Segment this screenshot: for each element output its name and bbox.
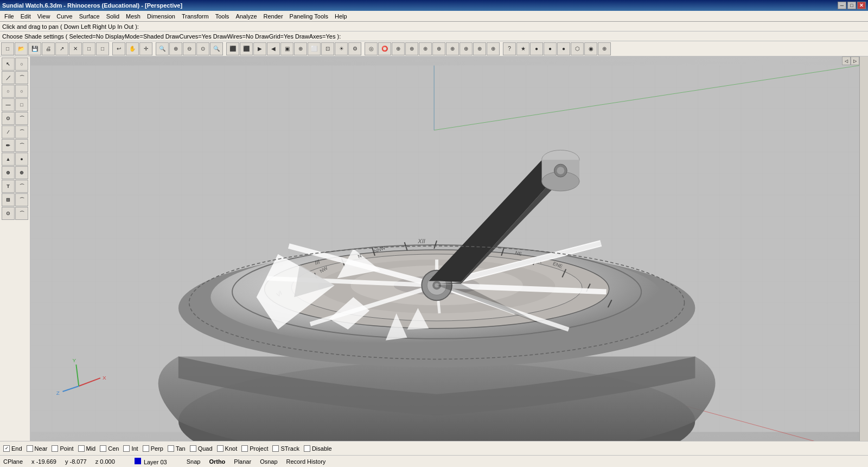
menu-item-analyze[interactable]: Analyze: [232, 12, 260, 21]
boolean-button[interactable]: ●: [15, 153, 28, 166]
pen-button[interactable]: ⊡: [321, 42, 334, 55]
select-button[interactable]: ✛: [139, 42, 152, 55]
menu-item-view[interactable]: View: [34, 12, 54, 21]
environment-button[interactable]: ●: [557, 42, 570, 55]
circle-button[interactable]: ○: [2, 85, 15, 98]
menu-item-transform[interactable]: Transform: [178, 12, 212, 21]
isocurve-button[interactable]: ☀: [335, 42, 348, 55]
record-button[interactable]: ⊕: [392, 42, 405, 55]
zoom-extent-button[interactable]: 🔍: [210, 42, 223, 55]
menu-item-solid[interactable]: Solid: [103, 12, 123, 21]
snap-button[interactable]: ◎: [365, 42, 378, 55]
undo-button[interactable]: ↩: [112, 42, 125, 55]
xray-button[interactable]: ▣: [280, 42, 293, 55]
snap-checkbox-point[interactable]: [52, 445, 58, 452]
menu-item-paneling-tools[interactable]: Paneling Tools: [286, 12, 331, 21]
zoom-out-button[interactable]: ⊕: [169, 42, 182, 55]
arc-button[interactable]: ○: [15, 85, 28, 98]
maximize-button[interactable]: □: [847, 2, 856, 9]
snap-checkbox-project[interactable]: [241, 445, 248, 452]
osnap-status[interactable]: Osnap: [260, 458, 277, 465]
display-button[interactable]: ⊕: [459, 42, 473, 55]
snap-checkbox-mid[interactable]: [78, 445, 85, 452]
wireframe-button[interactable]: ⬛: [226, 42, 239, 55]
transform-button[interactable]: ⊕: [473, 42, 486, 55]
trim-button[interactable]: ∕: [2, 125, 15, 138]
snap-checkbox-near[interactable]: [27, 445, 33, 452]
menu-item-curve[interactable]: Curve: [53, 12, 75, 21]
tech-button[interactable]: ⊕: [294, 42, 307, 55]
menu-item-mesh[interactable]: Mesh: [123, 12, 144, 21]
print-button[interactable]: 🖨: [42, 42, 55, 55]
dim-button[interactable]: ⌒: [15, 180, 28, 193]
record-history-status[interactable]: Record History: [286, 458, 326, 465]
material-button[interactable]: ⬡: [571, 42, 584, 55]
test-button[interactable]: ⊕: [487, 42, 500, 55]
menu-item-dimension[interactable]: Dimension: [144, 12, 178, 21]
new-button[interactable]: □: [1, 42, 14, 55]
rectangle-button[interactable]: □: [15, 98, 28, 111]
snap-checkbox-knot[interactable]: [217, 445, 224, 452]
solid-button[interactable]: ▲: [2, 153, 15, 166]
paste-button[interactable]: □: [96, 42, 109, 55]
freehand-button[interactable]: ⌒: [15, 71, 28, 84]
lights-button[interactable]: ★: [516, 42, 529, 55]
snap-checkbox-quad[interactable]: [190, 445, 196, 452]
flat-button[interactable]: ⬜: [308, 42, 321, 55]
fillet-button[interactable]: ✏: [2, 139, 15, 152]
properties-button[interactable]: ⊕: [419, 42, 432, 55]
block-button[interactable]: ⌒: [15, 193, 28, 206]
group-button[interactable]: ⊞: [2, 193, 15, 206]
minimize-button[interactable]: ─: [838, 2, 846, 9]
snap-status[interactable]: Snap: [187, 458, 201, 465]
view-button[interactable]: ⊙: [2, 207, 15, 220]
curve-edit-button[interactable]: ⌒: [15, 112, 28, 125]
osnap-button[interactable]: ⭕: [378, 42, 391, 55]
close-button[interactable]: ✕: [857, 2, 866, 9]
menu-item-surface[interactable]: Surface: [76, 12, 103, 21]
viewport-options-button[interactable]: ▷: [851, 56, 859, 65]
shaded-button[interactable]: ⬛: [240, 42, 253, 55]
cut-button[interactable]: ✕: [69, 42, 82, 55]
snap-checkbox-perp[interactable]: [143, 445, 149, 452]
orient-button[interactable]: ⊕: [446, 42, 459, 55]
zoom-all-button[interactable]: ⊖: [183, 42, 196, 55]
zoom-in-button[interactable]: 🔍: [156, 42, 169, 55]
close-button[interactable]: ⊕: [598, 42, 611, 55]
viewport-perspective[interactable]: Perspective: [30, 56, 859, 441]
import-button[interactable]: ↗: [55, 42, 68, 55]
snap-checkbox-cen[interactable]: [100, 445, 106, 452]
grid-button[interactable]: ⚙: [348, 42, 361, 55]
named-view-button[interactable]: ⊕: [432, 42, 445, 55]
snap-checkbox-end[interactable]: [3, 445, 10, 452]
snap-checkbox-tan[interactable]: [168, 445, 174, 452]
menu-item-tools[interactable]: Tools: [212, 12, 233, 21]
menu-item-render[interactable]: Render: [260, 12, 286, 21]
snap-checkbox-int[interactable]: [123, 445, 130, 452]
pan-button[interactable]: ⌒: [15, 207, 28, 220]
move-button[interactable]: ⊕: [2, 166, 15, 179]
extend-button[interactable]: ⌒: [15, 125, 28, 138]
render-settings-button[interactable]: ◉: [584, 42, 597, 55]
copy-button[interactable]: □: [82, 42, 95, 55]
snap-checkbox-disable[interactable]: [304, 445, 310, 452]
ortho-status[interactable]: Ortho: [209, 458, 225, 465]
render-button[interactable]: ▶: [253, 42, 266, 55]
rotate-button[interactable]: ⊕: [15, 166, 28, 179]
pan-button[interactable]: ✋: [126, 42, 139, 55]
right-scrollbar[interactable]: [859, 56, 868, 441]
camera-button[interactable]: ●: [530, 42, 543, 55]
ghosted-button[interactable]: ◀: [267, 42, 280, 55]
text-button[interactable]: T: [2, 180, 15, 193]
zoom-sel-button[interactable]: ⊙: [196, 42, 209, 55]
layer-button[interactable]: ⊕: [405, 42, 418, 55]
menu-item-file[interactable]: File: [1, 12, 17, 21]
planar-status[interactable]: Planar: [234, 458, 251, 465]
viewport-expand-button[interactable]: ◁: [842, 56, 851, 65]
open-button[interactable]: 📂: [15, 42, 28, 55]
snap-checkbox-strack[interactable]: [272, 445, 279, 452]
sun-button[interactable]: ●: [544, 42, 557, 55]
menu-item-help[interactable]: Help: [331, 12, 350, 21]
menu-item-edit[interactable]: Edit: [17, 12, 34, 21]
line-button[interactable]: —: [2, 98, 15, 111]
